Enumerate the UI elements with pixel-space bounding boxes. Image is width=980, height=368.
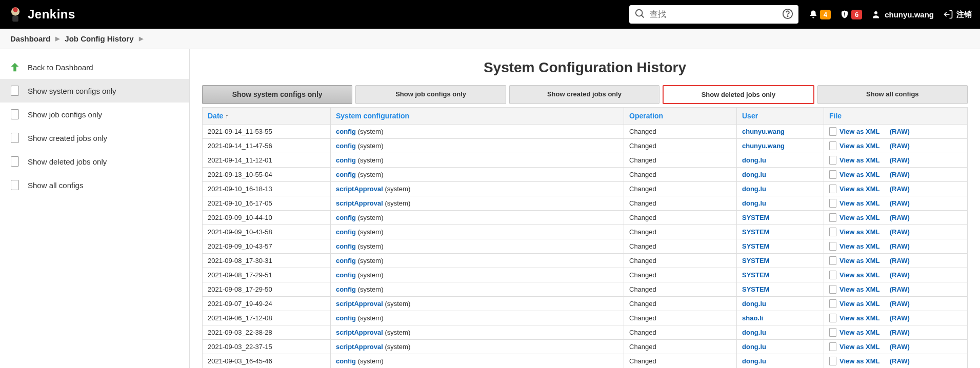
user-link[interactable]: dong.lu [742,185,766,193]
th-date[interactable]: Date [208,112,223,120]
search-input[interactable] [650,10,778,19]
logout-link[interactable]: 注销 [943,9,972,19]
view-xml-link[interactable]: View as XML [839,357,880,365]
user-link[interactable]: dong.lu [742,300,766,308]
system-suffix: (system) [358,357,384,365]
cell-date: 2021-09-13_10-55-04 [203,168,331,182]
user-link[interactable]: SYSTEM [742,271,769,279]
user-link[interactable]: chunyu.wang [742,128,785,135]
config-link[interactable]: config [336,285,356,293]
config-link[interactable]: config [336,214,356,221]
view-xml-link[interactable]: View as XML [839,300,880,308]
config-link[interactable]: scriptApproval [336,343,383,351]
view-raw-link[interactable]: (RAW) [890,128,910,135]
user-link[interactable]: chunyu.wang [742,142,785,150]
document-icon [9,109,21,120]
document-icon [829,271,836,279]
view-xml-link[interactable]: View as XML [839,142,880,150]
user-link[interactable]: SYSTEM [742,228,769,236]
user-link[interactable]: dong.lu [742,343,766,351]
view-xml-link[interactable]: View as XML [839,257,880,264]
view-xml-link[interactable]: View as XML [839,156,880,164]
th-config[interactable]: System configuration [336,112,409,120]
config-link[interactable]: config [336,314,356,322]
th-operation[interactable]: Operation [629,112,663,120]
filter-button-4[interactable]: Show all configs [817,85,968,104]
view-raw-link[interactable]: (RAW) [890,199,910,207]
view-xml-link[interactable]: View as XML [839,228,880,236]
logo-link[interactable]: Jenkins [8,6,75,23]
notifications[interactable]: 4 [809,10,831,19]
config-link[interactable]: config [336,228,356,236]
view-xml-link[interactable]: View as XML [839,171,880,178]
sidebar-item-back-to-dashboard[interactable]: Back to Dashboard [0,55,189,79]
view-raw-link[interactable]: (RAW) [890,214,910,221]
view-raw-link[interactable]: (RAW) [890,314,910,322]
view-xml-link[interactable]: View as XML [839,285,880,293]
sidebar-item-show-deleted-jobs[interactable]: Show deleted jobs only [0,150,189,173]
user-link[interactable]: SYSTEM [742,242,769,250]
user-link[interactable]: dong.lu [742,171,766,178]
sidebar-item-show-job-configs[interactable]: Show job configs only [0,103,189,126]
view-xml-link[interactable]: View as XML [839,314,880,322]
view-raw-link[interactable]: (RAW) [890,329,910,336]
view-xml-link[interactable]: View as XML [839,242,880,250]
view-raw-link[interactable]: (RAW) [890,242,910,250]
config-link[interactable]: scriptApproval [336,199,383,207]
user-link[interactable]: SYSTEM [742,285,769,293]
user-link[interactable]: shao.li [742,314,763,322]
filter-button-3[interactable]: Show deleted jobs only [663,85,814,104]
config-link[interactable]: config [336,242,356,250]
user-link[interactable]: chunyu.wang [871,10,934,19]
view-xml-link[interactable]: View as XML [839,329,880,336]
breadcrumb-page[interactable]: Job Config History [65,34,133,43]
sidebar-item-show-system-configs[interactable]: Show system configs only [0,79,189,103]
filter-button-1[interactable]: Show job configs only [355,85,506,104]
view-raw-link[interactable]: (RAW) [890,357,910,365]
view-raw-link[interactable]: (RAW) [890,228,910,236]
help-icon[interactable] [782,8,793,21]
th-file[interactable]: File [829,112,842,120]
user-link[interactable]: SYSTEM [742,214,769,221]
config-link[interactable]: config [336,357,356,365]
search-box[interactable] [629,5,798,24]
th-user[interactable]: User [742,112,758,120]
view-raw-link[interactable]: (RAW) [890,343,910,351]
view-raw-link[interactable]: (RAW) [890,271,910,279]
alerts[interactable]: 6 [840,10,862,19]
config-link[interactable]: config [336,156,356,164]
view-xml-link[interactable]: View as XML [839,185,880,193]
user-link[interactable]: dong.lu [742,357,766,365]
view-raw-link[interactable]: (RAW) [890,285,910,293]
user-link[interactable]: dong.lu [742,156,766,164]
view-xml-link[interactable]: View as XML [839,199,880,207]
view-raw-link[interactable]: (RAW) [890,257,910,264]
filter-button-2[interactable]: Show created jobs only [509,85,659,104]
config-link[interactable]: scriptApproval [336,185,383,193]
config-link[interactable]: scriptApproval [336,329,383,336]
config-link[interactable]: scriptApproval [336,300,383,308]
view-raw-link[interactable]: (RAW) [890,156,910,164]
config-link[interactable]: config [336,171,356,178]
filter-button-0[interactable]: Show system configs only [202,85,352,104]
view-raw-link[interactable]: (RAW) [890,300,910,308]
config-link[interactable]: config [336,142,356,150]
cell-date: 2021-09-03_22-37-15 [203,340,331,354]
user-link[interactable]: dong.lu [742,199,766,207]
sidebar-item-show-all-configs[interactable]: Show all configs [0,173,189,197]
sidebar-item-show-created-jobs[interactable]: Show created jobs only [0,126,189,150]
view-xml-link[interactable]: View as XML [839,214,880,221]
view-xml-link[interactable]: View as XML [839,128,880,135]
config-link[interactable]: config [336,257,356,264]
config-link[interactable]: config [336,128,356,135]
document-icon [829,127,836,136]
user-link[interactable]: dong.lu [742,329,766,336]
view-raw-link[interactable]: (RAW) [890,142,910,150]
view-raw-link[interactable]: (RAW) [890,171,910,178]
view-xml-link[interactable]: View as XML [839,343,880,351]
breadcrumb-dashboard[interactable]: Dashboard [10,34,50,43]
user-link[interactable]: SYSTEM [742,257,769,264]
view-raw-link[interactable]: (RAW) [890,185,910,193]
view-xml-link[interactable]: View as XML [839,271,880,279]
config-link[interactable]: config [336,271,356,279]
